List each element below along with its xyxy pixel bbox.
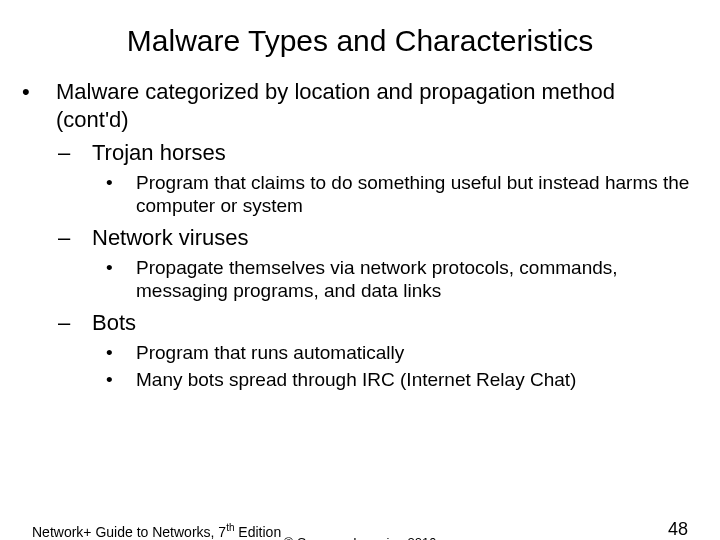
footer-copyright: © Cengage Learning 2016: [0, 535, 720, 540]
slide-footer: Network+ Guide to Networks, 7th Edition …: [0, 520, 720, 540]
slide: Malware Types and Characteristics •Malwa…: [0, 24, 720, 540]
bullet-icon: •: [121, 256, 136, 280]
slide-content: •Malware categorized by location and pro…: [30, 78, 690, 392]
footer-page-number: 48: [668, 519, 688, 540]
bullet-text: Trojan horses: [92, 140, 226, 165]
bullet-text: Propagate themselves via network protoco…: [136, 257, 618, 302]
bullet-icon: •: [121, 368, 136, 392]
bullet-text: Program that claims to do something usef…: [136, 172, 689, 217]
bullet-level3: •Many bots spread through IRC (Internet …: [136, 368, 690, 392]
bullet-level3: •Program that runs automatically: [136, 341, 690, 365]
dash-icon: –: [75, 224, 92, 252]
bullet-level2: –Bots: [92, 309, 690, 337]
bullet-level2: –Trojan horses: [92, 139, 690, 167]
bullet-icon: •: [121, 171, 136, 195]
bullet-icon: •: [39, 78, 56, 106]
bullet-level2: –Network viruses: [92, 224, 690, 252]
bullet-text: Network viruses: [92, 225, 248, 250]
bullet-level1: •Malware categorized by location and pro…: [56, 78, 690, 133]
bullet-text: Many bots spread through IRC (Internet R…: [136, 369, 576, 390]
dash-icon: –: [75, 139, 92, 167]
bullet-text: Bots: [92, 310, 136, 335]
bullet-level3: •Program that claims to do something use…: [136, 171, 690, 219]
slide-title: Malware Types and Characteristics: [40, 24, 680, 58]
dash-icon: –: [75, 309, 92, 337]
bullet-icon: •: [121, 341, 136, 365]
bullet-level3: •Propagate themselves via network protoc…: [136, 256, 690, 304]
bullet-text: Program that runs automatically: [136, 342, 404, 363]
bullet-text: Malware categorized by location and prop…: [56, 79, 615, 132]
